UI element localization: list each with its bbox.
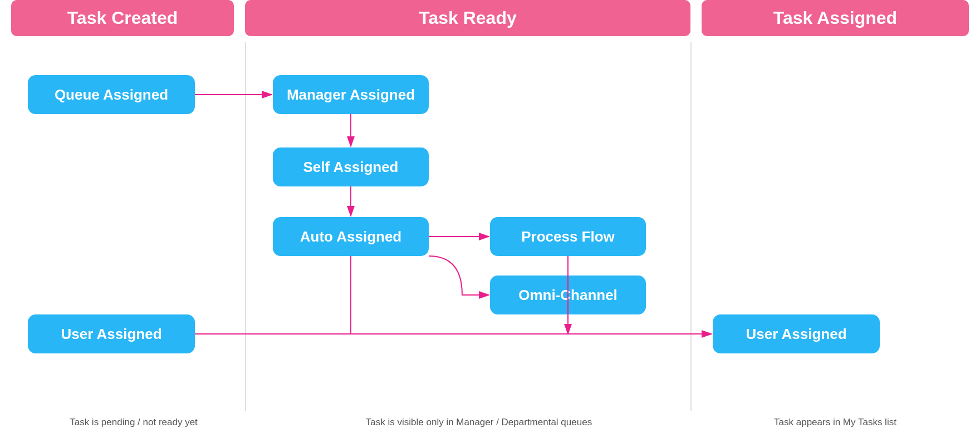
box-queue-assigned: Queue Assigned [28,75,195,114]
divider-right [690,42,692,411]
arrow-auto-to-omnichannel [429,256,489,295]
content-area: Queue Assigned Manager Assigned Self Ass… [0,42,980,411]
footer-col2: Task is visible only in Manager / Depart… [256,417,702,428]
box-self-assigned: Self Assigned [273,147,429,186]
box-omni-channel: Omni-Channel [490,276,646,314]
diagram-container: Task Created Task Ready Task Assigned Qu… [0,0,980,428]
box-auto-assigned: Auto Assigned [273,217,429,256]
footer-col3: Task appears in My Tasks list [702,417,969,428]
box-user-assigned-right: User Assigned [713,314,880,353]
header-task-ready: Task Ready [245,0,690,36]
footer-row: Task is pending / not ready yet Task is … [0,411,980,428]
header-task-assigned: Task Assigned [702,0,969,36]
header-task-created: Task Created [11,0,234,36]
box-manager-assigned: Manager Assigned [273,75,429,114]
box-user-assigned-left: User Assigned [28,314,195,353]
footer-col1: Task is pending / not ready yet [11,417,256,428]
divider-left [245,42,246,411]
box-process-flow: Process Flow [490,217,646,256]
header-row: Task Created Task Ready Task Assigned [0,0,980,36]
